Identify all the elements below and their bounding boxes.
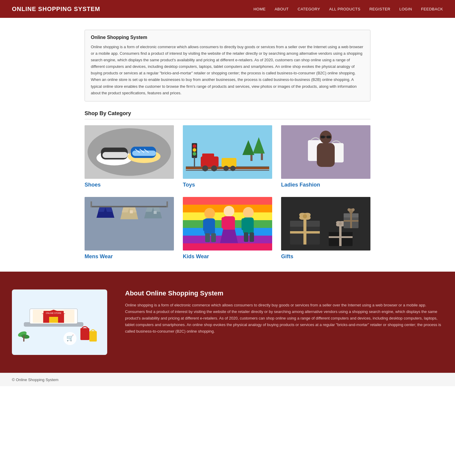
svg-rect-63: [183, 243, 272, 250]
svg-rect-79: [244, 232, 248, 242]
svg-point-75: [243, 207, 254, 218]
svg-point-101: [348, 208, 350, 211]
shop-section-title: Shop By Category: [85, 110, 370, 119]
svg-rect-17: [202, 154, 214, 158]
svg-rect-85: [290, 231, 320, 234]
category-item-shoes[interactable]: Shoes: [85, 125, 174, 188]
svg-rect-114: [80, 328, 89, 340]
category-image-mens-wear: [85, 197, 174, 250]
footer-about-title: About Online Shopping System: [125, 289, 443, 297]
svg-point-28: [193, 144, 196, 148]
svg-rect-77: [241, 218, 246, 230]
nav-link-category[interactable]: CATEGORY: [298, 7, 320, 11]
svg-rect-38: [321, 136, 325, 138]
svg-rect-99: [344, 220, 359, 222]
category-item-ladies-fashion[interactable]: Ladies Fashion: [281, 125, 370, 188]
svg-rect-37: [317, 143, 335, 167]
svg-rect-66: [203, 219, 207, 231]
svg-point-22: [230, 166, 236, 171]
category-item-gifts[interactable]: Gifts: [281, 197, 370, 260]
copyright-text: © Online Shopping System: [12, 378, 58, 382]
svg-rect-57: [183, 197, 272, 205]
category-label-gifts: Gifts: [281, 253, 370, 260]
nav-link-feedback[interactable]: FEEDBACK: [421, 7, 443, 11]
svg-rect-78: [248, 218, 252, 230]
svg-rect-69: [211, 233, 216, 242]
info-box-text: Online shopping is a form of electronic …: [91, 44, 364, 96]
svg-marker-74: [220, 230, 238, 243]
svg-point-1: [88, 128, 171, 176]
category-image-gifts: [281, 197, 370, 250]
svg-rect-67: [210, 219, 214, 231]
svg-rect-24: [250, 155, 253, 161]
category-item-toys[interactable]: Toys: [183, 125, 272, 188]
svg-point-18: [202, 165, 208, 171]
svg-point-30: [193, 152, 196, 156]
footer-about-text: Online shopping is a form of electronic …: [125, 302, 443, 335]
info-box-title: Online Shopping System: [91, 35, 364, 40]
online-shopping-illustration: ONLINE STORE 🛒: [15, 292, 104, 352]
svg-point-21: [223, 166, 229, 171]
svg-rect-26: [261, 154, 263, 160]
category-image-kids-wear: [183, 197, 272, 250]
svg-rect-4: [102, 152, 128, 158]
svg-point-64: [204, 208, 215, 219]
svg-rect-92: [329, 236, 353, 238]
footer-about-section: ONLINE STORE 🛒 About Online Shopping Sys…: [0, 272, 455, 373]
svg-point-95: [339, 222, 342, 225]
svg-text:🛒: 🛒: [66, 334, 74, 342]
svg-point-88: [303, 214, 307, 218]
category-label-ladies-fashion: Ladies Fashion: [281, 182, 370, 188]
navbar: ONLINE SHOPPING SYSTEM HOMEABOUTCATEGORY…: [0, 0, 455, 18]
svg-rect-7: [132, 151, 156, 156]
svg-rect-73: [228, 217, 232, 228]
navbar-links: HOMEABOUTCATEGORYALL PRODUCTSREGISTERLOG…: [253, 7, 443, 11]
category-item-mens-wear[interactable]: Mens Wear: [85, 197, 174, 260]
svg-rect-42: [91, 206, 168, 207]
svg-rect-80: [250, 232, 254, 242]
svg-text:ONLINE STORE: ONLINE STORE: [46, 312, 61, 314]
nav-link-register[interactable]: REGISTER: [369, 7, 390, 11]
category-label-kids-wear: Kids Wear: [183, 253, 272, 260]
svg-rect-39: [327, 136, 331, 138]
svg-rect-115: [89, 331, 97, 342]
nav-link-login[interactable]: LOGIN: [399, 7, 412, 11]
main-content: Online Shopping System Online shopping i…: [79, 30, 376, 260]
bottom-footer: © Online Shopping System: [0, 373, 455, 386]
category-image-toys: [183, 125, 272, 179]
svg-rect-41: [85, 197, 174, 250]
nav-link-home[interactable]: HOME: [253, 7, 266, 11]
footer-illustration-container: ONLINE STORE 🛒: [12, 289, 107, 355]
nav-link-about[interactable]: ABOUT: [275, 7, 289, 11]
svg-rect-109: [49, 317, 58, 323]
svg-marker-54: [130, 210, 133, 213]
category-image-ladies-fashion: [281, 125, 370, 179]
svg-point-29: [193, 148, 196, 152]
nav-link-all-products[interactable]: ALL PRODUCTS: [329, 7, 360, 11]
svg-point-19: [211, 165, 217, 171]
category-label-shoes: Shoes: [85, 182, 174, 188]
svg-rect-16: [201, 156, 219, 167]
svg-rect-68: [205, 233, 210, 242]
svg-rect-72: [222, 217, 226, 228]
navbar-brand: ONLINE SHOPPING SYSTEM: [12, 6, 100, 12]
category-label-mens-wear: Mens Wear: [85, 253, 174, 260]
svg-marker-55: [154, 211, 157, 214]
category-label-toys: Toys: [183, 182, 272, 188]
svg-rect-118: [23, 336, 24, 342]
svg-point-102: [352, 208, 355, 211]
svg-rect-20: [222, 158, 236, 167]
svg-point-70: [224, 206, 234, 217]
category-item-kids-wear[interactable]: Kids Wear: [183, 197, 272, 260]
footer-text-container: About Online Shopping System Online shop…: [125, 289, 443, 335]
svg-rect-31: [194, 157, 195, 168]
category-grid: Shoes T: [85, 125, 370, 260]
info-box: Online Shopping System Online shopping i…: [85, 30, 370, 101]
svg-rect-44: [166, 201, 168, 207]
svg-rect-43: [91, 201, 92, 207]
category-image-shoes: [85, 125, 174, 179]
